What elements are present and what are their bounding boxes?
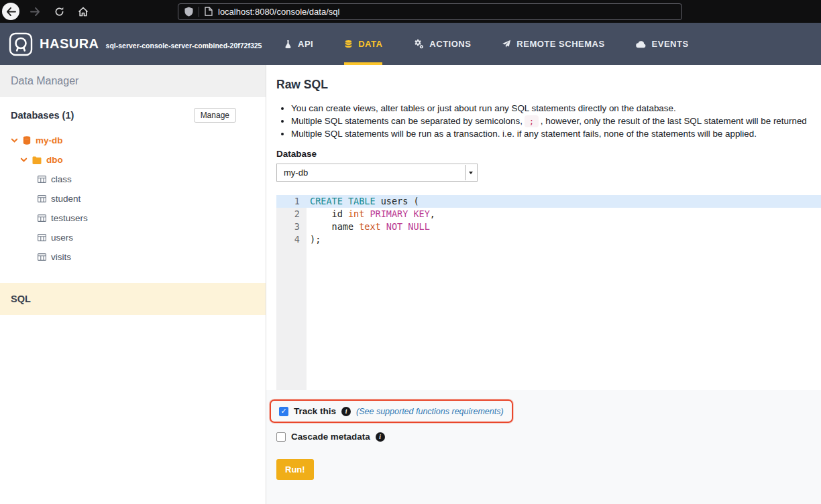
note-text: Multiple SQL statements will be run as a… (291, 129, 757, 139)
cascade-metadata-label: Cascade metadata (291, 432, 370, 442)
shield-icon[interactable] (184, 7, 193, 17)
nav-data[interactable]: DATA (344, 23, 382, 65)
arrow-right-icon (30, 7, 40, 16)
editor-footer: ✓ Track this i (See supported functions … (266, 390, 821, 504)
forward-button[interactable] (26, 3, 44, 20)
tree-item-table[interactable]: users (0, 228, 266, 247)
nav-api[interactable]: API (284, 23, 313, 65)
sidebar: Data Manager Databases (1) Manage my-db … (0, 65, 266, 504)
table-name: class (51, 174, 72, 184)
page-title: Raw SQL (276, 78, 821, 92)
nav-events[interactable]: EVENTS (636, 23, 689, 65)
database-select-value: my-db (284, 168, 308, 178)
check-icon: ✓ (280, 407, 286, 415)
code-line: CREATE TABLE users ( (307, 195, 821, 208)
sql-text (381, 221, 386, 232)
data-manager-title: Data Manager (11, 75, 78, 87)
info-icon[interactable]: i (341, 407, 351, 416)
nav-actions[interactable]: ACTIONS (413, 23, 471, 65)
sql-keyword: NOT NULL (386, 221, 430, 232)
track-this-checkbox[interactable]: ✓ (279, 407, 288, 416)
tree-item-table[interactable]: class (0, 170, 266, 189)
url-text[interactable]: localhost:8080/console/data/sql (218, 7, 339, 17)
cascade-metadata-row: Cascade metadata i (276, 432, 821, 442)
track-this-highlight: ✓ Track this i (See supported functions … (270, 399, 513, 423)
database-label: Database (276, 149, 821, 159)
tree-item-schema[interactable]: dbo (0, 150, 266, 170)
code-line: name text NOT NULL (307, 220, 821, 233)
sql-text: id (310, 208, 348, 219)
sql-type: text (359, 221, 381, 232)
note-item: You can create views, alter tables or ju… (291, 103, 821, 113)
table-name: testusers (51, 213, 88, 223)
code-line: id int PRIMARY KEY, (307, 208, 821, 220)
home-icon (78, 7, 89, 17)
table-icon (38, 214, 46, 222)
nav-label: EVENTS (652, 39, 689, 49)
table-icon (38, 253, 46, 261)
reload-button[interactable] (50, 3, 68, 20)
database-icon (23, 136, 31, 145)
schema-name: dbo (46, 155, 63, 165)
table-icon (38, 195, 46, 202)
cloud-icon (636, 40, 647, 48)
nav-label: API (298, 39, 313, 49)
line-number: 4 (276, 233, 307, 246)
nav-remote-schemas[interactable]: REMOTE SCHEMAS (502, 23, 604, 65)
note-text: Multiple SQL statements can be separated… (291, 116, 523, 126)
note-text: You can create views, alter tables or ju… (291, 103, 676, 113)
databases-heading: Databases (1) (11, 110, 74, 121)
tree-item-table[interactable]: testusers (0, 208, 266, 228)
info-icon[interactable]: i (376, 432, 385, 442)
flask-icon (284, 40, 292, 49)
note-item: Multiple SQL statements will be run as a… (291, 129, 821, 139)
brand[interactable]: HASURA sql-server-console-server-combine… (0, 23, 266, 65)
gears-icon (413, 39, 424, 49)
sql-keyword: CREATE TABLE (310, 196, 376, 206)
table-name: users (51, 233, 73, 243)
tree-item-table[interactable]: visits (0, 247, 266, 267)
database-name: my-db (36, 135, 63, 145)
home-button[interactable] (74, 3, 92, 20)
nav-label: REMOTE SCHEMAS (516, 39, 604, 49)
sql-editor[interactable]: 1 2 3 4 CREATE TABLE users ( id int PRIM… (276, 195, 821, 390)
sql-link-label: SQL (11, 294, 31, 304)
run-button[interactable]: Run! (276, 459, 314, 480)
line-number: 2 (276, 208, 307, 220)
hasura-logo-icon (9, 32, 33, 56)
line-number: 1 (276, 195, 307, 208)
sql-keyword: PRIMARY KEY (370, 208, 429, 219)
sql-text: , (430, 208, 435, 219)
table-icon (38, 176, 46, 183)
databases-row: Databases (1) Manage (0, 97, 266, 128)
arrow-left-icon (6, 7, 16, 16)
browser-toolbar: localhost:8080/console/data/sql (0, 0, 821, 23)
manage-button[interactable]: Manage (194, 108, 236, 123)
database-select[interactable]: my-db (276, 164, 478, 182)
brand-name: HASURA (40, 36, 99, 52)
database-icon (344, 40, 353, 49)
supported-functions-link[interactable]: (See supported functions requirements) (356, 407, 504, 416)
database-tree: my-db dbo class student testusers us (0, 131, 266, 267)
tree-item-table[interactable]: student (0, 189, 266, 208)
notes-list: You can create views, alter tables or ju… (276, 103, 821, 139)
address-bar[interactable]: localhost:8080/console/data/sql (178, 3, 682, 20)
main-nav: API DATA ACTIONS REMOTE SCHEMAS EVENTS (284, 23, 689, 65)
note-item: Multiple SQL statements can be separated… (291, 116, 821, 126)
sidebar-item-sql[interactable]: SQL (0, 283, 266, 315)
data-manager-header: Data Manager (0, 65, 266, 97)
paper-plane-icon (502, 40, 511, 48)
table-name: student (51, 194, 80, 204)
editor-code-area[interactable]: CREATE TABLE users ( id int PRIMARY KEY,… (307, 195, 821, 390)
main-content: Raw SQL You can create views, alter tabl… (266, 65, 821, 504)
tree-item-database[interactable]: my-db (0, 131, 266, 150)
sql-text: ); (310, 234, 321, 245)
cascade-metadata-checkbox[interactable] (276, 432, 286, 442)
divider (199, 7, 199, 17)
nav-label: ACTIONS (429, 39, 471, 49)
dropdown-arrow-button[interactable] (465, 165, 476, 180)
back-button[interactable] (2, 3, 19, 20)
page-icon[interactable] (205, 7, 213, 16)
line-number: 3 (276, 220, 307, 233)
table-icon (38, 234, 46, 241)
